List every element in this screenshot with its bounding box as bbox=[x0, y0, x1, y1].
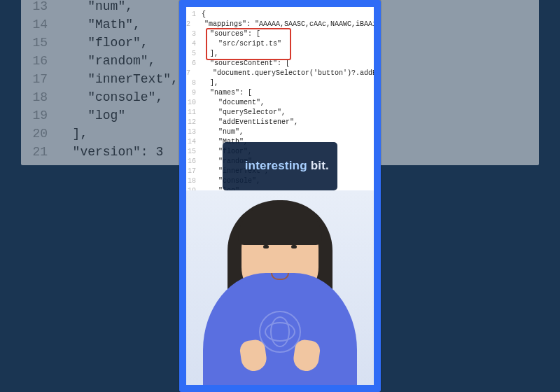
code-text: ], bbox=[57, 125, 88, 143]
caption-word-2: bit. bbox=[307, 159, 329, 172]
code-text: "mappings": "AAAAA,SAASC,cAAc,NAAWC,iBAA… bbox=[196, 20, 374, 29]
sourcemap-code-line: 13 "num", bbox=[186, 127, 374, 137]
line-number: 15 bbox=[29, 34, 57, 52]
sourcemap-code-line: 2 "mappings": "AAAAA,SAASC,cAAc,NAAWC,iB… bbox=[186, 20, 374, 29]
line-number: 8 bbox=[186, 78, 202, 88]
video-frame: 1{2 "mappings": "AAAAA,SAASC,cAAc,NAAWC,… bbox=[179, 0, 381, 392]
code-text: { bbox=[202, 10, 206, 20]
code-text: ], bbox=[202, 78, 218, 88]
code-text: "num", bbox=[57, 0, 133, 15]
line-number: 13 bbox=[29, 0, 57, 15]
line-number: 14 bbox=[186, 137, 202, 147]
code-text: "random", bbox=[57, 52, 155, 70]
line-number: 11 bbox=[186, 108, 202, 118]
line-number: 17 bbox=[29, 70, 57, 88]
code-text: "querySelector", bbox=[202, 108, 286, 118]
subtitle-caption: interesting bit. bbox=[223, 142, 337, 190]
sourcemap-code-line: 12 "addEventListener", bbox=[186, 118, 374, 127]
line-number: 10 bbox=[186, 98, 202, 108]
code-text: ], bbox=[202, 49, 218, 59]
code-text: "version": 3 bbox=[57, 143, 163, 161]
line-number: 16 bbox=[29, 52, 57, 70]
line-number: 6 bbox=[186, 59, 202, 69]
code-text: "num", bbox=[202, 127, 244, 137]
code-text: "src/script.ts" bbox=[202, 39, 281, 49]
line-number: 20 bbox=[29, 125, 57, 143]
sourcemap-code-line: 4 "src/script.ts" bbox=[186, 39, 374, 49]
presenter-eye-right bbox=[291, 245, 297, 248]
code-text: "document.querySelector('button')?.addEv… bbox=[196, 69, 374, 78]
presenter-eye-left bbox=[263, 245, 269, 248]
line-number: 21 bbox=[29, 143, 57, 161]
line-number: 15 bbox=[186, 147, 202, 157]
code-text: "log" bbox=[57, 106, 125, 125]
line-number: 18 bbox=[186, 176, 202, 186]
line-number: 4 bbox=[186, 39, 202, 49]
code-text: "floor", bbox=[57, 34, 148, 52]
code-text: "innerText", bbox=[57, 70, 178, 88]
line-number: 18 bbox=[29, 88, 57, 106]
line-number: 12 bbox=[186, 118, 202, 127]
code-text: "Math", bbox=[57, 15, 141, 34]
sourcemap-code-line: 5 ], bbox=[186, 49, 374, 59]
code-text: "addEventListener", bbox=[202, 118, 298, 127]
code-text: "names": [ bbox=[202, 88, 252, 98]
sourcemap-code-line: 11 "querySelector", bbox=[186, 108, 374, 118]
caption-word-1: interesting bbox=[245, 159, 307, 172]
line-number: 17 bbox=[186, 167, 202, 176]
line-number: 5 bbox=[186, 49, 202, 59]
code-text: "sources": [ bbox=[202, 29, 260, 39]
sourcemap-code-line: 3 "sources": [ bbox=[186, 29, 374, 39]
code-text: "document", bbox=[202, 98, 265, 108]
sourcemap-code-line: 9 "names": [ bbox=[186, 88, 374, 98]
sourcemap-code-line: 6 "sourcesContent": [ bbox=[186, 59, 374, 69]
sourcemap-code-line: 10 "document", bbox=[186, 98, 374, 108]
line-number: 2 bbox=[186, 20, 196, 29]
line-number: 9 bbox=[186, 88, 202, 98]
line-number: 13 bbox=[186, 127, 202, 137]
sourcemap-code-line: 8 ], bbox=[186, 78, 374, 88]
line-number: 19 bbox=[29, 106, 57, 125]
sourcemap-code-line: 7 "document.querySelector('button')?.add… bbox=[186, 69, 374, 78]
line-number: 7 bbox=[186, 69, 196, 78]
code-text: "console", bbox=[57, 88, 163, 106]
line-number: 14 bbox=[29, 15, 57, 34]
line-number: 1 bbox=[186, 10, 202, 20]
code-text: "sourcesContent": [ bbox=[202, 59, 290, 69]
line-number: 3 bbox=[186, 29, 202, 39]
presenter-area bbox=[186, 190, 374, 385]
line-number: 16 bbox=[186, 157, 202, 167]
sourcemap-code-line: 1{ bbox=[186, 10, 374, 20]
